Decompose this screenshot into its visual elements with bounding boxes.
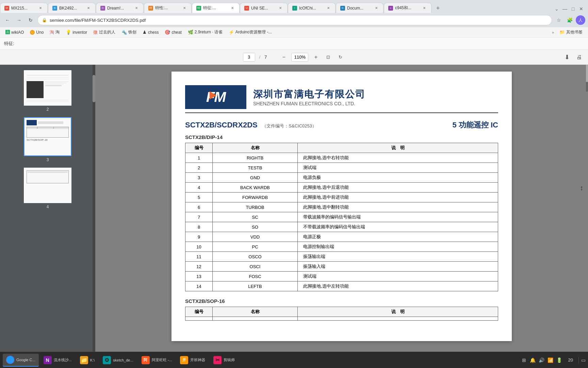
bookmark-folder[interactable]: 📁 其他书签 (557, 29, 585, 36)
bookmark-chess[interactable]: ♟ chess (140, 29, 161, 35)
page-number-input[interactable] (243, 53, 255, 62)
bookmark-guoquren[interactable]: 微 过去的人 (91, 29, 118, 36)
tab-close-btn[interactable]: ✕ (278, 5, 283, 11)
table-cell-num: 12 (185, 262, 213, 272)
fit-page-btn[interactable]: ⊡ (323, 52, 333, 62)
thumb-page-num: 3 (47, 157, 49, 162)
tab-nav: ⌄ — □ ✕ (553, 5, 588, 13)
tab-close-btn[interactable]: ✕ (38, 5, 43, 11)
url-bar[interactable]: 🔒 semiee.com/file/FM/FM-SCTX2BSCDRX2DS.p… (37, 15, 552, 25)
tab-c945[interactable]: c c945和... ✕ (384, 3, 431, 13)
zoom-in-btn[interactable]: + (311, 52, 321, 62)
tab-tezheng1[interactable]: 特 特性:... ✕ (144, 3, 192, 13)
table-cell-num: 11 (185, 252, 213, 262)
bookmark-uno[interactable]: U Uno (27, 29, 46, 35)
tab-icofchi[interactable]: I IcOfChi... ✕ (288, 3, 336, 13)
arduino-icon: ⚙ (103, 356, 111, 364)
tray-windows-icon[interactable]: ⊞ (521, 357, 527, 364)
tray-notification-icon[interactable]: 🔔 (529, 357, 536, 364)
forward-btn[interactable]: → (14, 15, 24, 25)
bookmark-label: 过去的人 (99, 29, 115, 35)
zoom-out-btn[interactable]: − (279, 52, 289, 62)
bookmark-icon: ⚡ (229, 30, 234, 35)
table-cell-num: 1 (185, 153, 213, 163)
taskbar-explorer[interactable]: 📁 K:\ (77, 354, 98, 367)
close-window-btn[interactable]: ✕ (577, 5, 585, 13)
table-cell-num: 13 (185, 272, 213, 281)
tab-mx215[interactable]: M MX215... ✕ (0, 3, 48, 13)
tab-docu[interactable]: D Docum... ✕ (336, 3, 383, 13)
editor-icon: ✂ (213, 356, 222, 364)
show-desktop-btn[interactable]: ▭ (578, 357, 585, 364)
bookmark-label: Uno (36, 30, 44, 35)
tab-close-btn[interactable]: ✕ (422, 5, 427, 11)
bookmark-star-btn[interactable]: ☆ (554, 15, 564, 25)
url-text: semiee.com/file/FM/FM-SCTX2BSCDRX2DS.pdf (50, 18, 146, 23)
main-scrollbar[interactable] (586, 65, 588, 92)
table-row (185, 317, 498, 321)
bookmark-tao[interactable]: 淘 淘 (47, 29, 62, 36)
thumb-page3[interactable]: SCTX2B/SOP-16 3 (24, 117, 71, 162)
taskbar-onenote[interactable]: N 流水线沙... (40, 354, 75, 367)
tray-volume-icon[interactable]: 🔊 (538, 357, 545, 364)
table-cell-num: 3 (185, 173, 213, 183)
reload-btn[interactable]: ↻ (26, 15, 35, 25)
tab-dream[interactable]: D Dream!... ✕ (96, 3, 144, 13)
thumb-page4[interactable]: 4 (24, 168, 71, 209)
tab-title: 特性:... (155, 5, 180, 11)
tray-network-icon[interactable]: 📶 (547, 357, 554, 364)
bookmark-label: 2.9return · 语雀 (195, 29, 223, 35)
print-btn[interactable]: 🖨 (574, 52, 584, 62)
new-tab-btn[interactable]: + (433, 3, 443, 13)
pdf-content-area[interactable]: FM 深圳市富满电子有限公司 SHENZHEN FUMAN ELECTRONIC… (95, 65, 588, 352)
company-header: FM 深圳市富满电子有限公司 SHENZHEN FUMAN ELECTRONIC… (185, 85, 498, 113)
tab-list-btn[interactable]: ⌄ (553, 5, 561, 13)
table-cell-name: VDD (213, 232, 298, 242)
minimize-btn[interactable]: — (561, 5, 569, 13)
taskbar-editor[interactable]: ✂ 剪辑师 (210, 354, 238, 367)
back-btn[interactable]: ← (3, 15, 12, 25)
folder-label: 其他书签 (566, 29, 583, 35)
tab-close-btn[interactable]: ✕ (86, 5, 91, 11)
wangwang-icon: 阿 (142, 356, 150, 364)
table2-header-num: 编号 (185, 307, 213, 317)
table-row: 13 FOSC 测试端 (185, 272, 498, 281)
tab-close-btn[interactable]: ✕ (326, 5, 331, 11)
sidebar-scrollbar[interactable] (93, 65, 95, 352)
company-cn-name: 深圳市富满电子有限公司 (253, 88, 365, 101)
thumb-page2[interactable]: 2 (24, 70, 71, 112)
table-cell-name: RIGHTB (213, 153, 298, 163)
rotate-btn[interactable]: ↻ (336, 52, 345, 62)
tab-uni[interactable]: U UNI SE... ✕ (240, 3, 288, 13)
tab-bk2492[interactable]: B BK2492... ✕ (48, 3, 96, 13)
taskbar-aliwangwang[interactable]: 阿 阿里旺旺 -... (138, 354, 176, 367)
table-cell-name: PC (213, 242, 298, 252)
profile-extensions-btn[interactable]: 🧩 (565, 15, 574, 25)
taskbar-start-area[interactable]: 🌐 Google C... (3, 354, 39, 367)
download-btn[interactable]: ⬇ (562, 52, 572, 62)
pin-table-dip14: 编号 名称 说 明 1 RIGHTB 此脚接地,选中右转功能 2 TESTB 测… (185, 143, 498, 291)
profile-btn[interactable]: 人 (576, 15, 585, 25)
table-row: 14 LEFTB 此脚接地,选中左转功能 (185, 281, 498, 291)
bookmark-wikiao[interactable]: 🅰 wikiAO (3, 29, 27, 35)
bookmark-icon: 🅰 (5, 30, 10, 35)
part-number: SCTX2B/SCDRX2DS (185, 121, 258, 129)
bookmark-cheat[interactable]: 🎯 cheat (162, 29, 184, 35)
tab-close-btn[interactable]: ✕ (374, 5, 379, 11)
bookmark-2point9[interactable]: 🌿 2.9return · 语雀 (185, 29, 225, 36)
taskbar-clock[interactable]: 20 (566, 357, 576, 363)
bookmark-tiechuang[interactable]: 🔩 铁创 (119, 29, 139, 36)
tab-close-btn[interactable]: ✕ (182, 5, 187, 11)
taskbar-arduino[interactable]: ⚙ sketch_de... (99, 354, 136, 367)
tray-battery-icon[interactable]: 🔋 (556, 357, 563, 364)
bookmark-inventor[interactable]: 💡 inventor (63, 29, 90, 35)
tab-close-btn[interactable]: ✕ (134, 5, 139, 11)
table-cell-desc: 电源负极 (298, 173, 498, 183)
tab-tezheng2[interactable]: 特 特征:... ✕ (192, 3, 240, 13)
tab-close-btn[interactable]: ✕ (230, 5, 235, 11)
bookmark-arduino[interactable]: ⚡ Arduino资源整理 -... (226, 29, 275, 36)
zoom-input[interactable] (291, 53, 308, 62)
maximize-btn[interactable]: □ (569, 5, 577, 13)
taskbar-kaiban[interactable]: 开 开班神器 (177, 354, 209, 367)
table-cell-name: OSCI (213, 262, 298, 272)
